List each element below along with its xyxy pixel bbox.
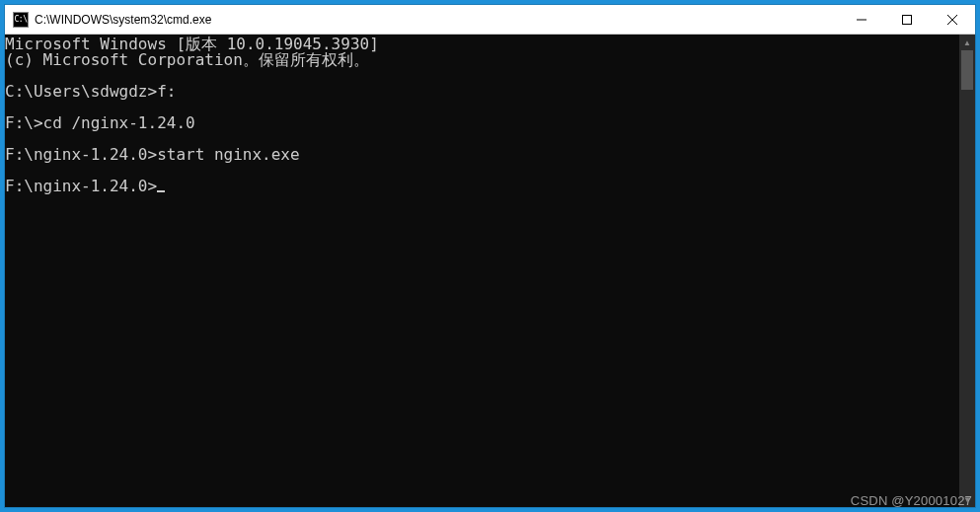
minimize-button[interactable] (839, 5, 884, 34)
console-output[interactable]: Microsoft Windows [版本 10.0.19045.3930](c… (5, 35, 959, 507)
minimize-icon (857, 15, 867, 25)
maximize-icon (902, 15, 912, 25)
scroll-down-icon[interactable]: ▼ (959, 491, 975, 507)
titlebar[interactable]: C:\ C:\WINDOWS\system32\cmd.exe (5, 5, 975, 35)
console-area: Microsoft Windows [版本 10.0.19045.3930](c… (5, 35, 975, 507)
console-line: F:\nginx-1.24.0> (5, 179, 959, 194)
cmd-window: C:\ C:\WINDOWS\system32\cmd.exe Microsof… (5, 5, 975, 507)
scroll-thumb[interactable] (961, 50, 973, 90)
scroll-up-icon[interactable]: ▲ (959, 35, 975, 50)
window-controls (839, 5, 975, 34)
maximize-button[interactable] (884, 5, 930, 34)
close-button[interactable] (930, 5, 975, 34)
window-title: C:\WINDOWS\system32\cmd.exe (35, 13, 839, 27)
text-cursor (157, 190, 165, 192)
svg-rect-1 (903, 15, 912, 24)
vertical-scrollbar[interactable]: ▲ ▼ (959, 35, 975, 507)
console-line: F:\>cd /nginx-1.24.0 (5, 115, 959, 131)
console-line: F:\nginx-1.24.0>start nginx.exe (5, 147, 959, 163)
close-icon (947, 15, 957, 25)
console-line: C:\Users\sdwgdz>f: (5, 84, 959, 100)
cmd-icon: C:\ (13, 12, 29, 28)
desktop-background: C:\ C:\WINDOWS\system32\cmd.exe Microsof… (0, 0, 980, 512)
console-line: (c) Microsoft Corporation。保留所有权利。 (5, 52, 959, 68)
